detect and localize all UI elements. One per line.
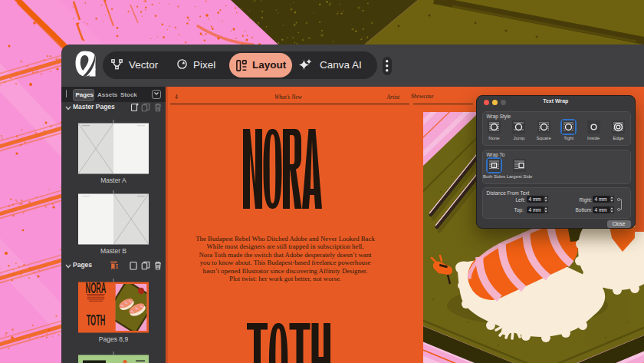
svg-text:TOTH: TOTH xyxy=(87,311,106,328)
svg-text:NORA: NORA xyxy=(86,279,107,295)
